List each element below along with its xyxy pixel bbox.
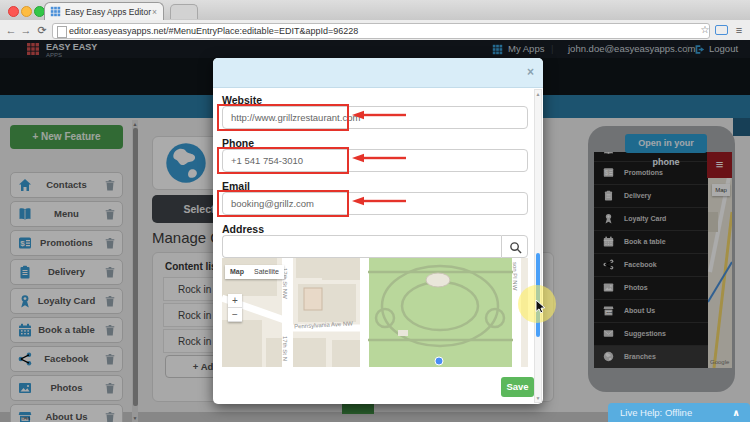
modal-close-icon[interactable]: × [527, 65, 534, 79]
frame-icon[interactable] [714, 22, 728, 38]
screenshot-root: Easy Easy Apps Editor × ← → ⟳ editor.eas… [0, 0, 750, 422]
browser-chrome: Easy Easy Apps Editor × ← → ⟳ editor.eas… [0, 0, 750, 40]
map-type-control[interactable]: Map Satellite [225, 265, 284, 279]
tab-favicon [50, 6, 61, 17]
annotation-box-email [217, 190, 349, 217]
map-type-map[interactable]: Map [225, 265, 249, 279]
annotation-box-website [217, 104, 349, 131]
url-bar: ← → ⟳ editor.easyeasyapps.net/#MenuEntry… [0, 20, 750, 41]
annotation-box-phone [217, 147, 349, 174]
annotation-arrow-email [352, 196, 406, 206]
street-label: 17th St N [282, 336, 288, 361]
bookmark-star-icon[interactable]: ☆ [698, 22, 712, 38]
minimize-window-button[interactable] [21, 6, 32, 17]
map-zoom-control[interactable]: + − [228, 294, 242, 322]
modal-header: × [213, 58, 543, 88]
address-search-button[interactable] [501, 235, 528, 258]
tab-close-icon[interactable]: × [152, 3, 157, 21]
address-input[interactable]: editor.easyeasyapps.net/#MenuEntryPlace:… [52, 23, 710, 39]
reload-icon[interactable]: ⟳ [35, 22, 49, 38]
annotation-arrow-website [352, 110, 406, 120]
back-icon[interactable]: ← [4, 22, 18, 38]
new-tab-button[interactable] [170, 4, 198, 19]
scroll-down-icon[interactable]: ▼ [535, 395, 541, 401]
browser-tab[interactable]: Easy Easy Apps Editor × [44, 2, 164, 21]
address-input[interactable] [222, 235, 501, 258]
mouse-cursor [535, 300, 547, 314]
edit-place-modal: × Website http://www.grillzrestaurant.co… [213, 58, 543, 404]
tab-bar: Easy Easy Apps Editor × [0, 0, 750, 21]
scroll-up-icon[interactable]: ▲ [535, 91, 541, 97]
page-viewport: EASY EASY APPS My Apps | john.doe@easyea… [0, 40, 750, 422]
address-label: Address [222, 223, 264, 235]
annotation-arrow-phone [352, 153, 406, 163]
save-button[interactable]: Save [501, 377, 534, 397]
zoom-in-button[interactable]: + [228, 294, 242, 308]
map-canvas[interactable]: 17th St NW Pennsylvania Ave NW 17th St N… [222, 258, 528, 367]
chevron-up-icon[interactable]: ∧ [732, 403, 740, 422]
search-icon [509, 241, 522, 254]
page-icon [57, 26, 67, 38]
street-label: son Pl NW [512, 262, 518, 290]
close-window-button[interactable] [8, 6, 19, 17]
zoom-out-button[interactable]: − [228, 308, 242, 322]
live-help-bar[interactable]: Live Help: Offline ∧ [608, 403, 750, 422]
modal-scrollbar[interactable]: ▲ ▼ [534, 89, 542, 403]
map-type-satellite[interactable]: Satellite [249, 265, 284, 279]
tab-title: Easy Easy Apps Editor [65, 3, 151, 21]
forward-icon[interactable]: → [19, 22, 33, 38]
live-help-label: Live Help: Offline [620, 407, 692, 418]
browser-menu-icon[interactable]: ≡ [732, 22, 746, 38]
url-text: editor.easyeasyapps.net/#MenuEntryPlace:… [69, 26, 358, 36]
